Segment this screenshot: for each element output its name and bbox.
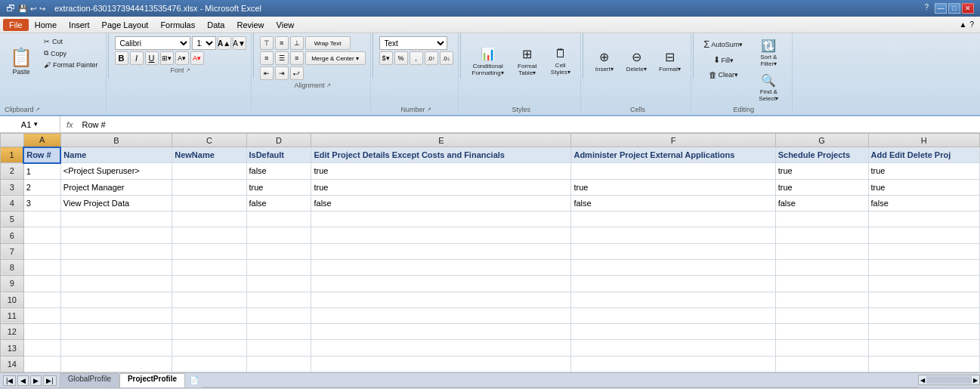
number-format-select[interactable]: Text General Number Currency [379,36,447,50]
cell[interactable] [23,276,60,292]
hscroll-thumb[interactable] [926,376,972,384]
cell[interactable] [246,211,311,227]
cell[interactable] [246,276,311,292]
menu-item-file[interactable]: File [3,19,29,31]
cell[interactable] [172,195,246,211]
cell[interactable] [571,211,775,227]
col-header-E[interactable]: E [311,134,571,147]
cell[interactable]: false [571,195,775,211]
delete-button[interactable]: ⊖ Delete▾ [621,36,652,86]
bold-button[interactable]: B [115,51,128,65]
cell[interactable]: true [775,179,868,195]
cell[interactable]: true [868,163,979,179]
cell-styles-button[interactable]: 🗒 CellStyles▾ [546,36,576,86]
cell[interactable]: false [775,195,868,211]
cell[interactable] [23,356,60,372]
cell[interactable] [571,227,775,243]
border-button[interactable]: ⊞▾ [160,51,174,65]
cell[interactable] [172,307,246,323]
menu-item-page-layout[interactable]: Page Layout [96,19,155,31]
tab-last-button[interactable]: ▶| [43,375,56,386]
row-header[interactable]: 1 [1,147,24,163]
help-menu-icon[interactable]: ? [969,20,974,29]
cell[interactable] [868,307,979,323]
cell[interactable] [246,259,311,275]
cut-button[interactable]: ✂ Cut [41,36,101,47]
row-header[interactable]: 5 [1,211,24,227]
col-header-A[interactable]: A [23,134,60,147]
cell[interactable] [246,227,311,243]
menu-item-insert[interactable]: Insert [63,19,96,31]
cell[interactable] [571,259,775,275]
col-header-D[interactable]: D [246,134,311,147]
currency-button[interactable]: $▾ [379,51,393,65]
cell[interactable] [60,324,172,340]
cell[interactable] [775,276,868,292]
cell[interactable] [172,163,246,179]
cell[interactable]: true [311,179,571,195]
cell[interactable]: 3 [23,195,60,211]
cell[interactable] [571,163,775,179]
cell[interactable] [775,356,868,372]
menu-item-view[interactable]: View [271,19,301,31]
find-select-button[interactable]: 🔍 Find &Select▾ [750,71,787,104]
close-button[interactable]: ✕ [962,3,974,14]
ribbon-minimize-icon[interactable]: ▲ [960,20,967,29]
horizontal-scrollbar[interactable]: ◀ ▶ [918,375,980,385]
cell-ref-dropdown-icon[interactable]: ▼ [32,121,39,128]
alignment-group-label[interactable]: Alignment ↗ [295,82,331,89]
cell[interactable]: Add Edit Delete Proj [868,147,979,163]
cell[interactable] [172,211,246,227]
increase-indent-button[interactable]: ⇥ [275,66,289,80]
cell[interactable] [23,292,60,307]
cell[interactable] [868,292,979,307]
conditional-formatting-button[interactable]: 📊 ConditionalFormatting▾ [467,36,509,86]
cell[interactable]: true [246,179,311,195]
cell[interactable] [775,243,868,259]
autosum-button[interactable]: Σ AutoSum▾ [700,36,747,52]
menu-item-review[interactable]: Review [230,19,270,31]
quick-access-redo[interactable]: ↪ [39,5,45,13]
row-header[interactable]: 3 [1,179,24,195]
cell[interactable] [172,179,246,195]
col-header-C[interactable]: C [172,134,246,147]
cell[interactable] [868,324,979,340]
cell[interactable] [311,276,571,292]
add-sheet-icon[interactable]: 📄 [187,373,202,387]
cell[interactable] [172,276,246,292]
text-direction-button[interactable]: ⮐ [290,66,304,80]
hscroll-right-button[interactable]: ▶ [972,377,979,384]
cell[interactable] [23,307,60,323]
decrease-font-button[interactable]: A▼ [233,36,246,50]
cell[interactable] [571,307,775,323]
cell[interactable] [775,227,868,243]
cell[interactable]: Row # [23,147,60,163]
cell[interactable] [868,243,979,259]
cell[interactable] [246,356,311,372]
clipboard-group-label[interactable]: Clipboard ↗ [5,106,101,113]
row-header[interactable]: 8 [1,259,24,275]
cell[interactable]: true [311,163,571,179]
cell[interactable] [571,276,775,292]
italic-button[interactable]: I [130,51,144,65]
cell[interactable] [246,307,311,323]
minimize-button[interactable]: — [935,3,947,14]
row-header[interactable]: 4 [1,195,24,211]
clear-button[interactable]: 🗑 Clear▾ [700,68,747,82]
row-header[interactable]: 6 [1,227,24,243]
cell[interactable] [775,340,868,356]
cell[interactable] [23,324,60,340]
cell[interactable]: 2 [23,179,60,195]
cell[interactable] [60,259,172,275]
row-header[interactable]: 10 [1,292,24,307]
cell[interactable] [868,227,979,243]
align-right-button[interactable]: ≡ [290,51,304,65]
row-header[interactable]: 12 [1,324,24,340]
percent-button[interactable]: % [394,51,408,65]
cell[interactable] [23,259,60,275]
cell[interactable] [775,324,868,340]
col-header-B[interactable]: B [60,134,172,147]
fill-button[interactable]: ⬇ Fill▾ [700,53,747,67]
cell[interactable] [311,292,571,307]
row-header[interactable]: 2 [1,163,24,179]
